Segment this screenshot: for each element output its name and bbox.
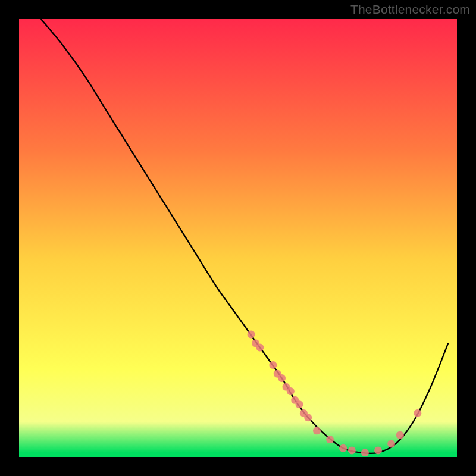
highlight-point — [248, 330, 255, 338]
plot-area — [19, 19, 457, 457]
highlight-point — [278, 374, 286, 382]
highlight-point — [326, 436, 334, 443]
chart-frame: TheBottlenecker.com — [0, 0, 476, 476]
highlight-point — [414, 409, 421, 417]
highlight-point — [374, 446, 382, 454]
highlight-point — [313, 427, 321, 434]
highlight-point — [339, 444, 347, 452]
highlight-point — [287, 387, 295, 395]
gradient-background — [19, 19, 457, 457]
highlight-point — [296, 400, 303, 408]
highlight-point — [304, 414, 312, 421]
highlight-point — [269, 361, 277, 369]
highlight-point — [387, 440, 395, 447]
highlight-point — [361, 449, 369, 456]
highlight-point — [348, 446, 356, 454]
bottleneck-chart — [19, 19, 457, 457]
highlight-point — [396, 431, 404, 439]
watermark-text: TheBottlenecker.com — [350, 2, 470, 17]
highlight-point — [256, 344, 264, 352]
